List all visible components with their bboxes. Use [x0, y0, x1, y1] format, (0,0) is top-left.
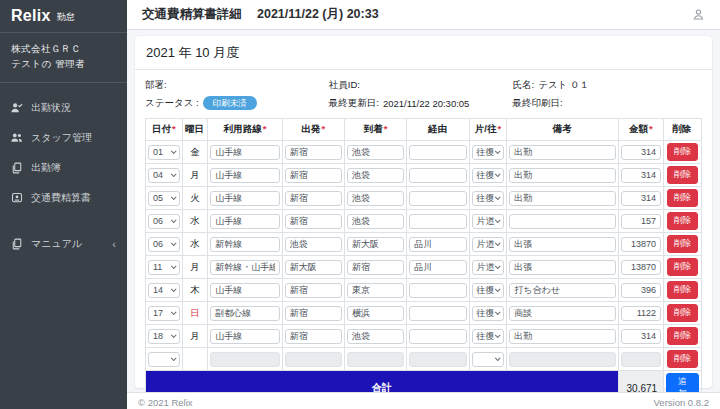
delete-row-button[interactable]: 削除 [667, 327, 698, 345]
date-select[interactable]: 01 [148, 145, 180, 160]
delete-row-button[interactable]: 削除 [667, 281, 698, 299]
note-input[interactable] [509, 237, 615, 252]
arrival-input[interactable] [347, 237, 404, 252]
trip-type-select[interactable]: 往復 [472, 283, 505, 298]
amount-input[interactable] [621, 237, 662, 252]
delete-row-button[interactable]: 削除 [667, 304, 698, 322]
trip-type-select[interactable]: 片道 [472, 214, 505, 229]
delete-row-button[interactable]: 削除 [667, 189, 698, 207]
chevron-left-icon[interactable]: ‹ [112, 238, 116, 250]
note-input[interactable] [509, 145, 615, 160]
route-input[interactable] [210, 260, 280, 275]
weekday-cell: 金 [182, 141, 208, 164]
date-select[interactable]: 14 [148, 283, 180, 298]
note-input[interactable] [509, 306, 615, 321]
route-input[interactable] [210, 168, 280, 183]
via-input[interactable] [409, 191, 466, 206]
delete-row-button[interactable]: 削除 [667, 235, 698, 253]
via-input[interactable] [409, 283, 466, 298]
date-select[interactable] [148, 352, 180, 367]
arrival-input[interactable] [347, 260, 404, 275]
departure-input[interactable] [285, 329, 342, 344]
sidebar-item-manual[interactable]: マニュアル ‹ [0, 229, 127, 259]
departure-input[interactable] [285, 237, 342, 252]
date-select[interactable]: 18 [148, 329, 180, 344]
date-select[interactable]: 06 [148, 237, 180, 252]
arrival-input[interactable] [347, 214, 404, 229]
date-select[interactable]: 05 [148, 191, 180, 206]
weekday-label: 日 [190, 307, 200, 318]
amount-input[interactable] [621, 145, 662, 160]
sidebar-item-transport-expense[interactable]: 交通費精算書 [0, 183, 127, 213]
date-select[interactable]: 06 [148, 214, 180, 229]
departure-input[interactable] [285, 214, 342, 229]
weekday-cell: 水 [182, 210, 208, 233]
arrival-input[interactable] [347, 145, 404, 160]
departure-input[interactable] [285, 283, 342, 298]
arrival-input[interactable] [347, 191, 404, 206]
via-input[interactable] [409, 168, 466, 183]
sidebar: Relix 勤怠 株式会社ＧＲＣ テストの 管理者 出勤状況 スタッフ管理 出勤… [0, 0, 127, 409]
via-input[interactable] [409, 237, 466, 252]
route-input[interactable] [210, 145, 280, 160]
sidebar-item-attendance-status[interactable]: 出勤状況 [0, 93, 127, 123]
trip-type-select[interactable]: 片道 [472, 260, 505, 275]
arrival-input[interactable] [347, 329, 404, 344]
arrival-input[interactable] [347, 283, 404, 298]
note-input[interactable] [509, 260, 615, 275]
via-input[interactable] [409, 329, 466, 344]
note-input[interactable] [509, 214, 615, 229]
trip-type-select[interactable] [472, 352, 505, 367]
via-input[interactable] [409, 145, 466, 160]
delete-row-button[interactable]: 削除 [667, 350, 698, 368]
departure-input[interactable] [285, 168, 342, 183]
delete-row-button[interactable]: 削除 [667, 212, 698, 230]
date-select[interactable]: 11 [148, 260, 180, 275]
via-input[interactable] [409, 214, 466, 229]
amount-input[interactable] [621, 329, 662, 344]
via-input[interactable] [409, 306, 466, 321]
trip-type-select[interactable]: 片道 [472, 237, 505, 252]
arrival-input[interactable] [347, 168, 404, 183]
delete-row-button[interactable]: 削除 [667, 258, 698, 276]
delete-row-button[interactable]: 削除 [667, 143, 698, 161]
route-input[interactable] [210, 306, 280, 321]
route-input[interactable] [210, 329, 280, 344]
note-input[interactable] [509, 329, 615, 344]
note-input[interactable] [509, 168, 615, 183]
amount-input[interactable] [621, 168, 662, 183]
route-input[interactable] [210, 191, 280, 206]
amount-input[interactable] [621, 306, 662, 321]
departure-input[interactable] [285, 260, 342, 275]
sidebar-item-staff-management[interactable]: スタッフ管理 [0, 123, 127, 153]
trip-type-select[interactable]: 往復 [472, 168, 505, 183]
expense-row: 04 月 往復 削除 [146, 164, 702, 187]
sidebar-item-attendance-book[interactable]: 出勤簿 [0, 153, 127, 183]
trip-type-select[interactable]: 往復 [472, 145, 505, 160]
date-select[interactable]: 04 [148, 168, 180, 183]
route-input[interactable] [210, 237, 280, 252]
trip-type-select[interactable]: 往復 [472, 191, 505, 206]
via-input[interactable] [409, 260, 466, 275]
note-input[interactable] [509, 191, 615, 206]
departure-input[interactable] [285, 306, 342, 321]
trip-type-select[interactable]: 往復 [472, 329, 505, 344]
arrival-input[interactable] [347, 306, 404, 321]
last-printed-label: 最終印刷日: [513, 97, 563, 110]
delete-row-button[interactable]: 削除 [667, 166, 698, 184]
amount-input[interactable] [621, 283, 662, 298]
route-input[interactable] [210, 214, 280, 229]
note-input[interactable] [509, 283, 615, 298]
department-field: 部署: [145, 79, 329, 92]
amount-input[interactable] [621, 191, 662, 206]
departure-input[interactable] [285, 145, 342, 160]
amount-input[interactable] [621, 214, 662, 229]
departure-input[interactable] [285, 191, 342, 206]
route-input[interactable] [210, 283, 280, 298]
date-select[interactable]: 17 [148, 306, 180, 321]
brand-logo[interactable]: Relix 勤怠 [0, 0, 127, 33]
user-icon[interactable] [692, 8, 705, 21]
trip-type-select[interactable]: 往復 [472, 306, 505, 321]
amount-input[interactable] [621, 260, 662, 275]
weekday-cell: 月 [182, 256, 208, 279]
